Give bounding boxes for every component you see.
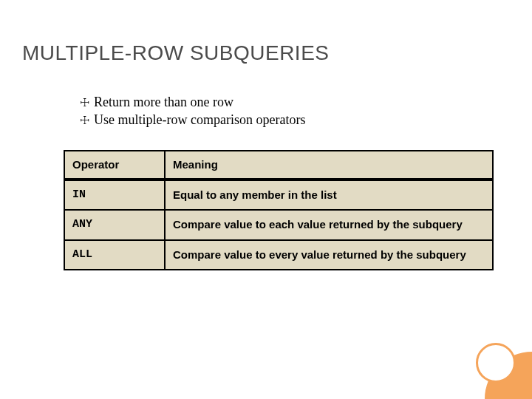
slide: MULTIPLE-ROW SUBQUERIES ☩ Return more th… (0, 0, 532, 399)
table-row: ANY Compare value to each value returned… (64, 210, 493, 240)
bullet-list: ☩ Return more than one row ☩ Use multipl… (80, 93, 510, 129)
slide-title: MULTIPLE-ROW SUBQUERIES (22, 41, 510, 65)
cell-meaning: Compare value to each value returned by … (165, 210, 493, 240)
bullet-text: Use multiple-row comparison operators (94, 111, 305, 129)
cell-operator: ANY (64, 210, 165, 240)
bullet-item: ☩ Return more than one row (80, 93, 510, 111)
cell-operator: IN (64, 180, 165, 211)
header-meaning: Meaning (165, 151, 493, 180)
corner-circle-small (476, 343, 516, 383)
table-row: ALL Compare value to every value returne… (64, 240, 493, 270)
bullet-glyph: ☩ (80, 113, 89, 128)
operators-table: Operator Meaning IN Equal to any member … (64, 150, 494, 271)
table-row: IN Equal to any member in the list (64, 180, 493, 211)
bullet-glyph: ☩ (80, 95, 89, 110)
bullet-text: Return more than one row (94, 93, 233, 111)
header-operator: Operator (64, 151, 165, 180)
cell-operator: ALL (64, 240, 165, 270)
corner-decoration (458, 325, 532, 399)
cell-meaning: Equal to any member in the list (165, 180, 493, 211)
bullet-item: ☩ Use multiple-row comparison operators (80, 111, 510, 129)
table-header-row: Operator Meaning (64, 151, 493, 180)
cell-meaning: Compare value to every value returned by… (165, 240, 493, 270)
operators-table-container: Operator Meaning IN Equal to any member … (64, 150, 494, 271)
